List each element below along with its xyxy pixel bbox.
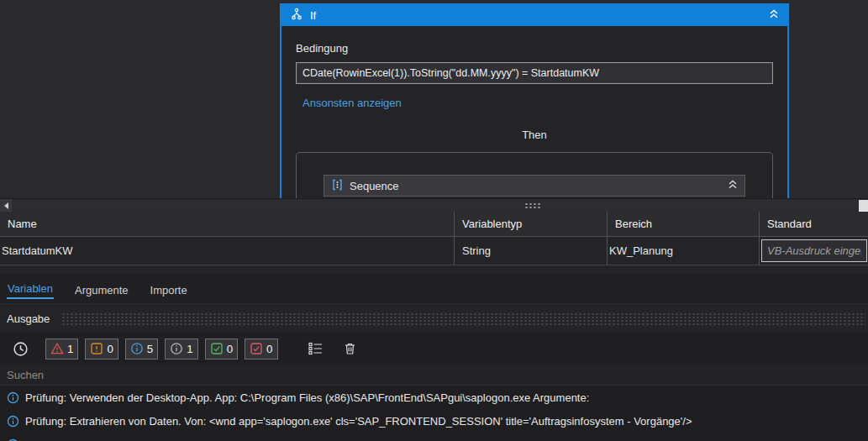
error-count: 1 [67, 343, 73, 355]
default-value-input[interactable] [761, 239, 867, 262]
debug-circle-icon [170, 342, 183, 355]
panel-tab-bar: Variablen Argumente Importe [0, 274, 868, 304]
sequence-activity-title: Sequence [350, 180, 399, 192]
if-icon [290, 8, 303, 24]
info-icon [7, 415, 19, 428]
if-activity-header[interactable]: If [281, 5, 787, 26]
info-filter-button[interactable]: 5 [125, 339, 158, 360]
output-panel-header[interactable]: Ausgabe [0, 304, 868, 333]
clock-icon [13, 341, 29, 357]
trash-icon [344, 342, 356, 355]
horizontal-splitter[interactable] [0, 198, 868, 212]
log-line-partial[interactable]: Prüfung: Extrahieren von Daten. Von: <wn… [0, 433, 868, 441]
variable-type-cell[interactable]: String [455, 237, 608, 265]
warning-count: 0 [107, 343, 113, 355]
verbose-count: 0 [266, 343, 272, 355]
splitter-grip-icon[interactable] [524, 202, 542, 209]
variables-panel: Name Variablentyp Bereich Standard Start… [0, 212, 868, 274]
log-options-icon [308, 342, 324, 355]
log-text: Prüfung: Extrahieren von Daten. Von: <wn… [25, 415, 692, 428]
success-count: 0 [227, 343, 233, 355]
sequence-icon [331, 178, 344, 194]
designer-canvas[interactable]: If Bedingung Ansonsten anzeigen Then [0, 0, 868, 198]
column-header-name[interactable]: Name [0, 212, 455, 236]
sequence-collapse-chevron-icon[interactable] [728, 180, 738, 192]
tab-argumente[interactable]: Argumente [74, 282, 129, 299]
error-filter-button[interactable]: 1 [45, 339, 78, 360]
output-toolbar: 1 0 5 1 0 [0, 333, 868, 365]
output-panel-title: Ausgabe [7, 312, 50, 325]
output-log-list[interactable]: Prüfung: Verwenden der Desktop-App. App:… [0, 386, 868, 441]
variable-scope-cell[interactable]: KW_Planung [608, 237, 760, 265]
info-circle-icon [130, 342, 144, 355]
uipath-studio-window: If Bedingung Ansonsten anzeigen Then [0, 0, 868, 441]
then-branch-label: Then [296, 129, 773, 142]
tab-importe[interactable]: Importe [150, 282, 188, 299]
variable-default-cell[interactable] [760, 237, 868, 265]
success-check-icon [210, 342, 224, 355]
variable-row[interactable]: StartdatumKW String KW_Planung [0, 237, 868, 265]
column-header-type[interactable]: Variablentyp [455, 212, 608, 236]
if-activity-body: Bedingung Ansonsten anzeigen Then Sequen… [281, 26, 787, 198]
scrollbar-thumb[interactable] [859, 200, 868, 212]
tab-variablen[interactable]: Variablen [7, 281, 54, 299]
log-options-button[interactable] [305, 342, 327, 355]
verbose-check-icon [250, 342, 263, 355]
scroll-left-button[interactable] [0, 199, 12, 213]
if-activity[interactable]: If Bedingung Ansonsten anzeigen Then [280, 3, 789, 198]
info-count: 5 [147, 343, 153, 355]
success-filter-button[interactable]: 0 [205, 339, 238, 360]
column-header-scope[interactable]: Bereich [608, 212, 760, 236]
arrow-left-icon [4, 202, 8, 209]
if-activity-title: If [310, 9, 316, 22]
variables-header-row: Name Variablentyp Bereich Standard [0, 212, 868, 237]
show-else-link[interactable]: Ansonsten anzeigen [302, 97, 402, 110]
error-triangle-icon [50, 342, 64, 355]
panel-drag-texture [61, 312, 865, 325]
warning-filter-button[interactable]: 0 [85, 339, 118, 360]
then-drop-zone[interactable]: Sequence [296, 152, 773, 198]
variable-row-partial [0, 265, 868, 273]
debug-filter-button[interactable]: 1 [165, 339, 197, 360]
debug-count: 1 [187, 343, 192, 355]
log-line[interactable]: Prüfung: Verwenden der Desktop-App. App:… [0, 386, 868, 410]
log-text: Prüfung: Verwenden der Desktop-App. App:… [25, 391, 589, 404]
timestamps-toggle-button[interactable] [9, 341, 32, 357]
collapse-chevron-double-up-icon[interactable] [769, 9, 779, 22]
log-line[interactable]: Prüfung: Extrahieren von Daten. Von: <wn… [0, 410, 868, 433]
info-icon [7, 391, 19, 404]
condition-expression-input[interactable] [296, 62, 773, 84]
condition-label: Bedingung [296, 42, 773, 55]
sequence-activity-header[interactable]: Sequence [324, 175, 745, 197]
search-input[interactable] [0, 365, 868, 385]
clear-logs-button[interactable] [340, 342, 360, 355]
warning-square-icon [90, 342, 103, 355]
output-search-row [0, 365, 868, 386]
verbose-filter-button[interactable]: 0 [245, 339, 277, 360]
variable-name-cell[interactable]: StartdatumKW [0, 237, 455, 265]
column-header-default[interactable]: Standard [760, 212, 868, 236]
